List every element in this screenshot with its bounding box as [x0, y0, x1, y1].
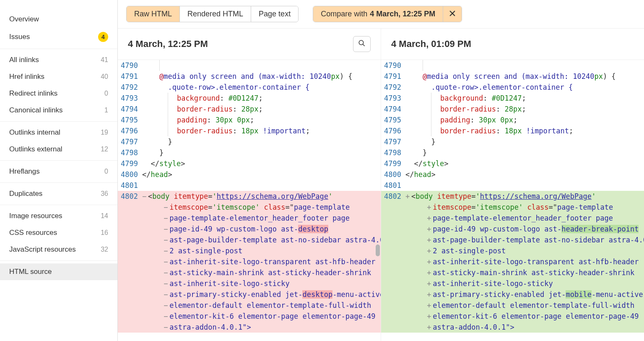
line-number: 4800: [381, 169, 405, 180]
line-number: 4796: [381, 125, 405, 136]
sidebar-item-count: 32: [101, 246, 108, 253]
code-line: +<body itemtype='https://schema.org/WebP…: [405, 191, 644, 202]
sidebar-item-outlinks-external[interactable]: Outlinks external 12: [0, 141, 117, 158]
code-pane-right[interactable]: 4790 4791 @media only screen and (max-wi…: [381, 60, 644, 341]
line-number: 4801: [381, 180, 405, 191]
code-line: +elementor-kit-6 elementor-page elemento…: [405, 311, 644, 322]
diff-row: 4790 4791 @media only screen and (max-wi…: [118, 60, 644, 341]
sidebar-item-label: CSS resources: [9, 229, 57, 237]
close-icon: [449, 10, 456, 19]
code-line: </head>: [142, 169, 381, 180]
sidebar-item-outlinks-internal[interactable]: Outlinks internal 19: [0, 124, 117, 141]
sidebar-item-count: 12: [101, 146, 108, 153]
issues-badge: 4: [98, 32, 108, 42]
code-line: −elementor-default elementor-template-fu…: [142, 300, 381, 311]
sidebar-item-issues[interactable]: Issues 4: [0, 28, 117, 46]
snapshot-right-title: 4 March, 01:09 PM: [391, 39, 471, 49]
sidebar-item-canonical-inlinks[interactable]: Canonical inlinks 1: [0, 102, 117, 119]
code-line: border-radius: 28px;: [142, 104, 381, 115]
sidebar: Overview Issues 4 All inlinks 41 Href in…: [0, 0, 118, 341]
sidebar-item-count: 36: [101, 190, 108, 198]
sidebar-item-duplicates[interactable]: Duplicates 36: [0, 185, 117, 202]
compare-group: Compare with 4 March, 12:25 PM: [313, 6, 462, 22]
line-number: 4802: [118, 191, 142, 202]
compare-close-button[interactable]: [443, 6, 462, 22]
code-line: }: [142, 147, 381, 158]
line-number: 4797: [118, 136, 142, 147]
svg-line-3: [363, 44, 365, 46]
line-number: 4790: [381, 60, 405, 71]
code-line: .quote-row>.elementor-container {: [405, 82, 644, 93]
code-line: background: #0D1247;: [142, 93, 381, 104]
code-line: +page-template-elementor_header_footer p…: [405, 213, 644, 224]
code-line: +elementor-default elementor-template-fu…: [405, 300, 644, 311]
sidebar-item-href-inlinks[interactable]: Href inlinks 40: [0, 68, 117, 85]
snapshot-left-title: 4 March, 12:25 PM: [128, 39, 208, 49]
code-line: +ast-inherit-site-logo-sticky: [405, 278, 644, 289]
sidebar-item-count: 19: [101, 129, 108, 136]
tab-raw-html[interactable]: Raw HTML: [127, 6, 180, 22]
line-number: 4798: [118, 147, 142, 158]
scrollbar-thumb[interactable]: [376, 245, 380, 256]
code-line: @media only screen and (max-width: 10240…: [142, 71, 381, 82]
compare-prefix: Compare with: [321, 10, 367, 18]
code-line: +ast-page-builder-template ast-no-sideba…: [405, 234, 644, 245]
sidebar-item-label: All inlinks: [9, 56, 39, 64]
sidebar-item-label: JavaScript resources: [9, 245, 76, 254]
code-line: −page-template-elementor_header_footer p…: [142, 213, 381, 224]
compare-target: 4 March, 12:25 PM: [370, 10, 435, 18]
sidebar-item-count: 0: [104, 90, 108, 97]
view-tabs: Raw HTML Rendered HTML Page text: [126, 6, 299, 22]
code-line: −itemscope='itemscope' class="page-templ…: [142, 202, 381, 213]
line-number: 4794: [118, 104, 142, 115]
sidebar-item-javascript-resources[interactable]: JavaScript resources 32: [0, 241, 117, 258]
sidebar-item-hreflangs[interactable]: Hreflangs 0: [0, 163, 117, 180]
code-line: −elementor-kit-6 elementor-page elemento…: [142, 311, 381, 322]
sidebar-item-label: Hreflangs: [9, 167, 40, 176]
line-number: 4795: [381, 115, 405, 125]
code-line: [405, 60, 644, 71]
sidebar-item-overview[interactable]: Overview: [0, 11, 117, 28]
tab-page-text[interactable]: Page text: [251, 6, 298, 22]
code-line: −ast-sticky-main-shrink ast-sticky-heade…: [142, 267, 381, 278]
code-line: [142, 60, 381, 71]
sidebar-item-css-resources[interactable]: CSS resources 16: [0, 224, 117, 241]
sidebar-item-redirect-inlinks[interactable]: Redirect inlinks 0: [0, 85, 117, 102]
code-pane-left[interactable]: 4790 4791 @media only screen and (max-wi…: [118, 60, 381, 341]
code-line: .quote-row>.elementor-container {: [142, 82, 381, 93]
compare-chip[interactable]: Compare with 4 March, 12:25 PM: [313, 6, 443, 22]
code-line: +ast-primary-sticky-enabled jet-mobile-m…: [405, 289, 644, 300]
code-line: −ast-inherit-site-logo-sticky: [142, 278, 381, 289]
sidebar-item-html-source[interactable]: HTML source: [0, 263, 117, 280]
sidebar-item-image-resources[interactable]: Image resources 14: [0, 208, 117, 224]
line-number: 4793: [381, 93, 405, 104]
code-line: +2 ast-single-post: [405, 245, 644, 256]
line-number: 4793: [118, 93, 142, 104]
sidebar-item-count: 41: [101, 56, 108, 64]
header-left: 4 March, 12:25 PM: [118, 29, 381, 60]
code-line: </head>: [405, 169, 644, 180]
code-line: −<body itemtype='https://schema.org/WebP…: [142, 191, 381, 202]
line-number: 4796: [118, 125, 142, 136]
sidebar-item-label: Outlinks internal: [9, 128, 60, 137]
line-number: 4790: [118, 60, 142, 71]
code-line: }: [405, 147, 644, 158]
line-number: 4800: [118, 169, 142, 180]
code-line: </style>: [405, 158, 644, 169]
tab-rendered-html[interactable]: Rendered HTML: [180, 6, 251, 22]
sidebar-item-label: Issues: [9, 33, 30, 41]
code-line: border-radius: 18px !important;: [405, 125, 644, 136]
headers-row: 4 March, 12:25 PM 4 March, 01:09 PM: [118, 28, 644, 60]
header-right: 4 March, 01:09 PM: [381, 29, 644, 60]
code-line: −ast-primary-sticky-enabled jet-desktop-…: [142, 289, 381, 300]
code-line: −astra-addon-4.0.1">: [142, 322, 381, 333]
svg-point-2: [359, 40, 364, 45]
sidebar-item-label: Canonical inlinks: [9, 106, 63, 115]
line-number: 4792: [118, 82, 142, 93]
sidebar-item-count: 16: [101, 229, 108, 237]
code-line: −ast-inherit-site-logo-transparent ast-h…: [142, 256, 381, 267]
sidebar-item-all-inlinks[interactable]: All inlinks 41: [0, 52, 117, 68]
search-button[interactable]: [353, 36, 371, 52]
sidebar-item-count: 40: [101, 73, 108, 81]
code-line: border-radius: 28px;: [405, 104, 644, 115]
